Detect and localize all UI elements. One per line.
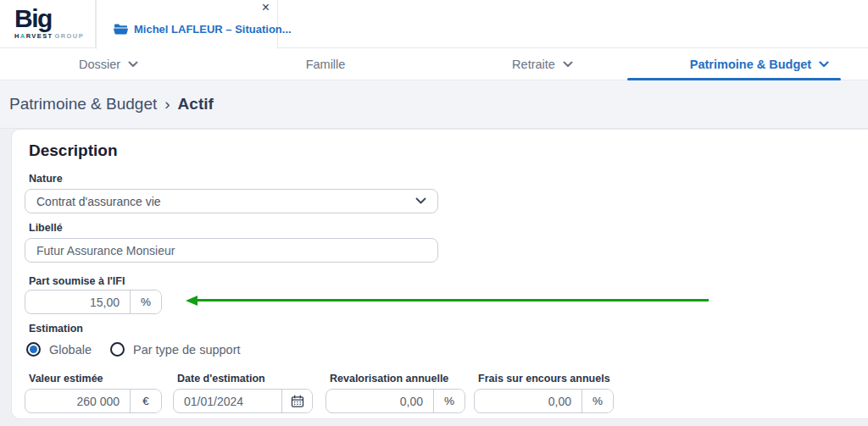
chevron-down-icon <box>128 61 138 68</box>
date-estimation-input-group: 01/01/2024 <box>173 389 313 413</box>
chevron-down-icon <box>819 61 829 68</box>
part-ifi-input-group: 15,00 % <box>25 290 162 314</box>
estimation-label: Estimation <box>29 323 83 335</box>
nature-select[interactable]: Contrat d'assurance vie <box>25 189 438 213</box>
folder-icon <box>114 24 128 36</box>
main-nav: Dossier Famille Retraite Patrimoine & Bu… <box>0 48 868 80</box>
libelle-input-value: Futur Assurance Monsieur <box>36 244 175 257</box>
revalorisation-input[interactable]: 0,00 <box>326 390 433 412</box>
logo-title: Big <box>14 6 95 31</box>
close-icon[interactable]: × <box>262 0 270 15</box>
document-tab-content: Michel LAFLEUR – Situation... <box>97 0 277 36</box>
breadcrumb-separator: › <box>164 95 170 113</box>
logo-subtitle: HARVESTGROUP <box>14 32 95 40</box>
radio-globale[interactable] <box>26 342 41 357</box>
estimation-radio-group: Globale Par type de support <box>26 342 251 357</box>
radio-par-type-label: Par type de support <box>133 343 241 357</box>
valeur-estimee-label: Valeur estimée <box>29 373 103 385</box>
calendar-icon[interactable] <box>281 390 312 412</box>
part-ifi-input[interactable]: 15,00 <box>25 290 130 313</box>
nav-item-patrimoine-budget[interactable]: Patrimoine & Budget <box>651 48 868 80</box>
app-logo: Big HARVESTGROUP <box>0 0 96 48</box>
radio-par-type-de-support[interactable] <box>110 342 125 357</box>
nature-label: Nature <box>29 173 63 185</box>
breadcrumb: Patrimoine & Budget › Actif <box>0 80 868 129</box>
frais-encours-input[interactable]: 0,00 <box>475 390 581 412</box>
valeur-estimee-input-group: 260 000 € <box>25 389 162 413</box>
radio-globale-label: Globale <box>49 343 92 357</box>
valeur-estimee-suffix: € <box>130 390 161 412</box>
date-estimation-input[interactable]: 01/01/2024 <box>174 390 281 412</box>
libelle-label: Libellé <box>29 222 63 234</box>
document-tab[interactable]: × Michel LAFLEUR – Situation... <box>96 0 278 49</box>
breadcrumb-parent[interactable]: Patrimoine & Budget <box>9 95 157 113</box>
nature-select-value: Contrat d'assurance vie <box>36 195 161 208</box>
breadcrumb-current: Actif <box>178 95 214 113</box>
valeur-estimee-input[interactable]: 260 000 <box>25 390 130 412</box>
frais-encours-suffix: % <box>581 390 613 412</box>
description-card: Description Nature Contrat d'assurance v… <box>11 129 868 419</box>
libelle-input[interactable]: Futur Assurance Monsieur <box>25 238 438 263</box>
part-ifi-suffix: % <box>130 290 161 313</box>
document-tab-title: Michel LAFLEUR – Situation... <box>134 23 292 36</box>
frais-encours-label: Frais sur encours annuels <box>478 373 610 385</box>
revalorisation-label: Revalorisation annuelle <box>330 373 448 385</box>
chevron-down-icon <box>415 197 426 205</box>
nav-item-retraite[interactable]: Retraite <box>434 48 651 80</box>
revalorisation-suffix: % <box>433 390 465 412</box>
section-title: Description <box>29 141 118 160</box>
app-window: Big HARVESTGROUP × Michel LAFLEUR – Situ… <box>0 0 868 426</box>
part-ifi-label: Part soumise à l'IFI <box>29 275 125 287</box>
frais-encours-input-group: 0,00 % <box>474 389 614 413</box>
arrow-left-icon <box>186 296 709 306</box>
nav-item-dossier[interactable]: Dossier <box>0 48 217 80</box>
revalorisation-input-group: 0,00 % <box>326 389 465 413</box>
date-estimation-label: Date d'estimation <box>177 373 265 385</box>
nav-item-famille[interactable]: Famille <box>217 48 434 80</box>
chevron-down-icon <box>563 61 573 68</box>
